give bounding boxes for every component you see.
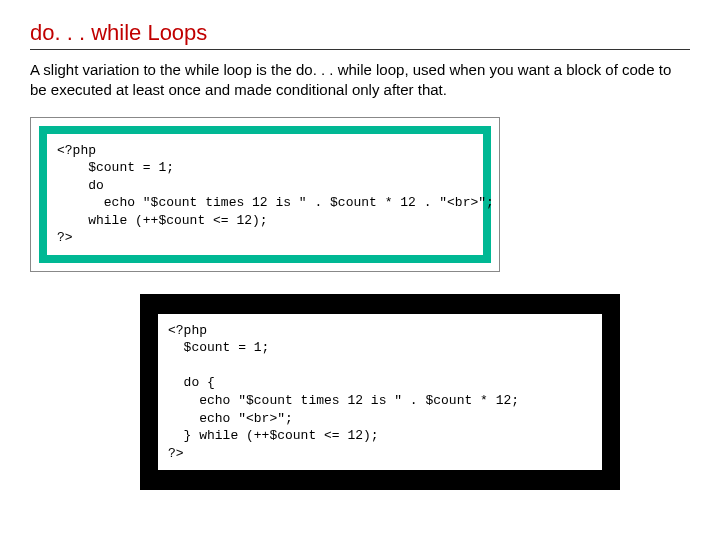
- code-example-2-inner: <?php $count = 1; do { echo "$count time…: [158, 314, 602, 470]
- section-heading: do. . . while Loops: [30, 20, 690, 50]
- code-example-1: <?php $count = 1; do echo "$count times …: [57, 142, 473, 247]
- code-example-1-container: <?php $count = 1; do echo "$count times …: [30, 117, 500, 272]
- code-example-2-container: <?php $count = 1; do { echo "$count time…: [140, 294, 620, 490]
- code-example-1-border: <?php $count = 1; do echo "$count times …: [39, 126, 491, 263]
- code-example-2: <?php $count = 1; do { echo "$count time…: [168, 322, 592, 462]
- section-description: A slight variation to the while loop is …: [30, 60, 690, 101]
